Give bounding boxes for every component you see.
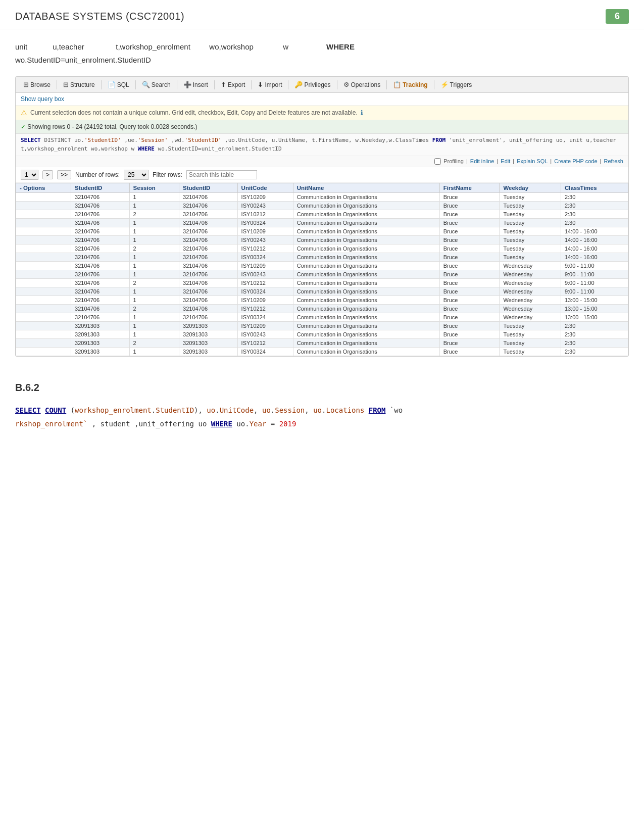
rows-select[interactable]: 251050100 xyxy=(124,170,148,180)
cell-2: 32104706 xyxy=(179,287,238,296)
row-options xyxy=(16,339,71,348)
operations-icon: ⚙ xyxy=(343,81,350,88)
table-header-row: - Options StudentID Session StudentID Un… xyxy=(16,183,628,193)
cell-7: 2:30 xyxy=(561,322,628,330)
cell-0: 32104706 xyxy=(71,253,130,262)
col-firstname[interactable]: FirstName xyxy=(439,183,500,193)
cell-6: Tuesday xyxy=(500,322,561,330)
row-options xyxy=(16,253,71,262)
cell-5: Bruce xyxy=(439,236,500,244)
select-kw: SELECT xyxy=(15,406,41,414)
col-classtimes[interactable]: ClassTimes xyxy=(561,183,628,193)
warning-text: Current selection does not contain a uni… xyxy=(30,109,358,116)
toolbar-operations[interactable]: ⚙ Operations xyxy=(340,79,384,90)
privileges-icon: 🔑 xyxy=(294,81,303,88)
page-select[interactable]: 1 xyxy=(21,170,38,180)
cell-2: 32104706 xyxy=(179,313,238,322)
cell-0: 32104706 xyxy=(71,287,130,296)
row-options xyxy=(16,219,71,227)
create-php-link[interactable]: Create PHP code xyxy=(554,158,597,165)
toolbar-sep-4 xyxy=(177,80,177,89)
show-query-row[interactable]: Show query box xyxy=(16,93,628,106)
toolbar-insert[interactable]: ➕ Insert xyxy=(180,79,212,90)
toolbar-sql[interactable]: 📄 SQL xyxy=(104,79,133,90)
cell-5: Bruce xyxy=(439,279,500,287)
toolbar-browse-label: Browse xyxy=(30,81,51,88)
cell-7: 13:00 - 15:00 xyxy=(561,305,628,313)
browse-icon: ⊞ xyxy=(23,81,29,88)
next-page-btn[interactable]: > xyxy=(42,170,53,179)
toolbar-sep-2 xyxy=(101,80,102,89)
edit-inline-link[interactable]: Edit inline xyxy=(470,158,494,165)
cell-3: ISY10209 xyxy=(237,193,293,202)
table-row: 32104706132104706ISY00243Communication i… xyxy=(16,202,628,210)
cell-3: ISY00324 xyxy=(237,348,293,356)
cell-2: 32091303 xyxy=(179,348,238,356)
toolbar-tracking-label: Tracking xyxy=(403,81,427,88)
cell-2: 32104706 xyxy=(179,219,238,227)
cell-4: Communication in Organisations xyxy=(293,330,439,339)
toolbar-sep-5 xyxy=(214,80,215,89)
cell-5: Bruce xyxy=(439,219,500,227)
cell-1: 1 xyxy=(129,270,179,279)
table-row: 32104706132104706ISY00324Communication i… xyxy=(16,219,628,227)
cell-4: Communication in Organisations xyxy=(293,287,439,296)
cell-6: Wednesday xyxy=(500,262,561,270)
col-session[interactable]: Session xyxy=(129,183,179,193)
toolbar-tracking[interactable]: 📋 Tracking xyxy=(389,79,431,90)
col-studentid[interactable]: StudentID xyxy=(71,183,130,193)
cell-1: 2 xyxy=(129,279,179,287)
refresh-link[interactable]: Refresh xyxy=(604,158,623,165)
col-unitname[interactable]: UnitName xyxy=(293,183,439,193)
last-page-btn[interactable]: >> xyxy=(57,170,71,179)
cell-4: Communication in Organisations xyxy=(293,193,439,202)
count-fn: COUNT xyxy=(45,406,66,414)
cell-1: 1 xyxy=(129,193,179,202)
filter-input[interactable] xyxy=(186,170,257,179)
explain-sql-link[interactable]: Explain SQL xyxy=(517,158,548,165)
show-query-link[interactable]: Show query box xyxy=(21,95,64,103)
cell-6: Tuesday xyxy=(500,193,561,202)
cell-2: 32091303 xyxy=(179,339,238,348)
cell-3: ISY10209 xyxy=(237,296,293,305)
toolbar-sql-label: SQL xyxy=(117,81,129,88)
cell-1: 2 xyxy=(129,339,179,348)
toolbar-import-label: Import xyxy=(265,81,282,88)
table-row: 32091303232091303ISY10212Communication i… xyxy=(16,339,628,348)
toolbar-triggers[interactable]: ⚡ Triggers xyxy=(437,79,476,90)
row-options xyxy=(16,296,71,305)
cell-4: Communication in Organisations xyxy=(293,210,439,219)
toolbar-privileges[interactable]: 🔑 Privileges xyxy=(291,79,334,90)
toolbar-structure[interactable]: ⊟ Structure xyxy=(60,79,98,90)
query-line2: wo.StudentID=unit_enrolment.StudentID xyxy=(15,54,629,67)
cell-0: 32091303 xyxy=(71,322,130,330)
cell-0: 32091303 xyxy=(71,348,130,356)
toolbar-export[interactable]: ⬆ Export xyxy=(217,79,249,90)
col-studentid2[interactable]: StudentID xyxy=(179,183,238,193)
cell-5: Bruce xyxy=(439,339,500,348)
col-weekday[interactable]: Weekday xyxy=(500,183,561,193)
cell-7: 14:00 - 16:00 xyxy=(561,244,628,253)
cell-7: 2:30 xyxy=(561,219,628,227)
toolbar-privileges-label: Privileges xyxy=(304,81,330,88)
cell-6: Tuesday xyxy=(500,244,561,253)
table-row: 32104706132104706ISY10209Communication i… xyxy=(16,296,628,305)
col-studentid-code: StudentID xyxy=(156,406,194,414)
toolbar-browse[interactable]: ⊞ Browse xyxy=(20,79,54,90)
cell-4: Communication in Organisations xyxy=(293,219,439,227)
cell-3: ISY10209 xyxy=(237,227,293,236)
page-header: DATABASE SYSTEMS (CSC72001) 6 xyxy=(0,0,644,29)
toolbar-import[interactable]: ⬇ Import xyxy=(254,79,285,90)
row-options xyxy=(16,348,71,356)
cell-0: 32104706 xyxy=(71,227,130,236)
edit-link[interactable]: Edit xyxy=(501,158,510,165)
profiling-checkbox[interactable] xyxy=(434,158,441,165)
cell-3: ISY10212 xyxy=(237,279,293,287)
toolbar-search[interactable]: 🔍 Search xyxy=(138,79,174,90)
structure-icon: ⊟ xyxy=(63,81,69,88)
cell-3: ISY00324 xyxy=(237,287,293,296)
col-unitcode[interactable]: UnitCode xyxy=(237,183,293,193)
cell-7: 14:00 - 16:00 xyxy=(561,253,628,262)
cell-6: Tuesday xyxy=(500,202,561,210)
cell-7: 2:30 xyxy=(561,202,628,210)
